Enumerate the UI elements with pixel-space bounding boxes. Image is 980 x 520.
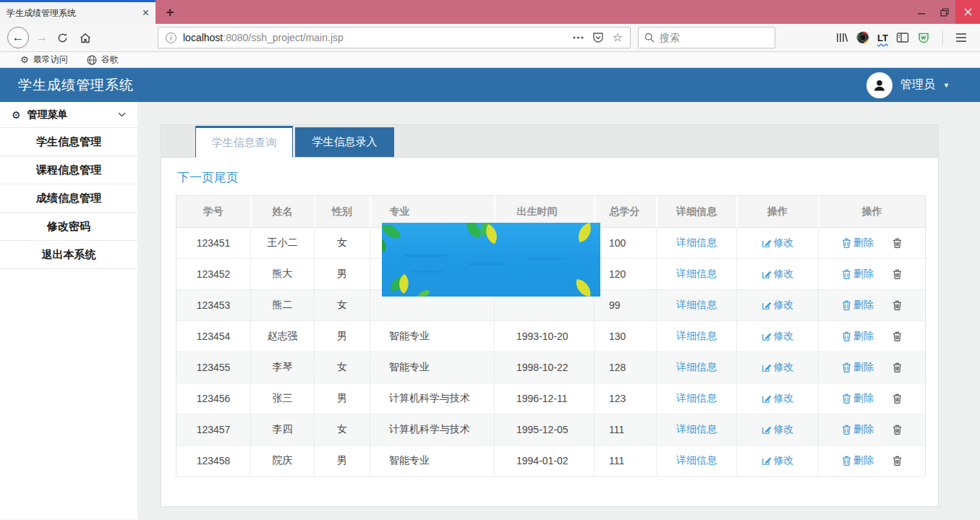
cell-student-id: 123457 xyxy=(176,414,251,446)
sidebar-item-change-password[interactable]: 修改密码 xyxy=(0,213,137,241)
delete-link[interactable]: 删除 xyxy=(842,268,874,281)
tab-student-query[interactable]: 学生信息查询 xyxy=(195,126,293,158)
forward-button[interactable]: → xyxy=(33,27,51,48)
cell-student-id: 123455 xyxy=(176,352,251,383)
sidebar-item-course-info[interactable]: 课程信息管理 xyxy=(0,156,137,184)
detail-link[interactable]: 详细信息 xyxy=(676,299,717,312)
edit-link[interactable]: 修改 xyxy=(762,392,794,405)
delete-link[interactable]: 删除 xyxy=(842,361,874,374)
trash-icon[interactable] xyxy=(892,362,902,372)
detail-link[interactable]: 详细信息 xyxy=(676,361,717,374)
cell-birth: 1996-12-11 xyxy=(495,383,595,414)
detail-link[interactable]: 详细信息 xyxy=(676,236,717,250)
chevron-down-icon xyxy=(118,112,126,117)
tab-close-icon[interactable]: × xyxy=(142,7,149,19)
languagetool-icon[interactable]: LT xyxy=(877,33,888,43)
table-row: 123455 李琴 女 智能专业 1998-10-22 128 详细信息 修改 … xyxy=(176,352,926,383)
user-menu[interactable]: 管理员 ▼ xyxy=(866,72,950,98)
lens-extension-icon[interactable] xyxy=(856,31,869,44)
cell-credits: 128 xyxy=(595,352,657,383)
bookmark-google[interactable]: 谷歌 xyxy=(87,54,119,66)
edit-link[interactable]: 修改 xyxy=(762,330,794,343)
delete-link[interactable]: 删除 xyxy=(842,330,874,343)
trash-icon[interactable] xyxy=(892,331,902,341)
delete-link[interactable]: 删除 xyxy=(842,423,874,436)
bookmark-label: 谷歌 xyxy=(101,54,119,66)
close-button[interactable] xyxy=(955,0,980,24)
col-credits: 总学分 xyxy=(595,196,657,228)
trash-icon[interactable] xyxy=(892,456,902,466)
menu-hamburger-icon[interactable] xyxy=(955,33,967,43)
trash-icon[interactable] xyxy=(892,300,902,310)
detail-link[interactable]: 详细信息 xyxy=(676,423,717,436)
browser-tab-title: 学生成绩管理系统 xyxy=(7,7,138,20)
sidebar-item-student-info[interactable]: 学生信息管理 xyxy=(0,128,137,156)
trash-icon[interactable] xyxy=(892,269,902,279)
edit-link[interactable]: 修改 xyxy=(762,299,794,312)
sidebar-menu-header[interactable]: ⚙ 管理菜单 xyxy=(0,102,137,128)
sidebar: ⚙ 管理菜单 学生信息管理 课程信息管理 成绩信息管理 修改密码 退出本系统 xyxy=(0,102,137,519)
trash-icon[interactable] xyxy=(892,393,902,404)
cell-name: 李琴 xyxy=(251,352,315,383)
edit-link[interactable]: 修改 xyxy=(762,236,794,250)
cell-gender: 男 xyxy=(315,259,370,290)
wappalyzer-icon[interactable] xyxy=(917,32,930,44)
reload-button[interactable] xyxy=(54,27,71,48)
url-host: localhost xyxy=(183,32,223,43)
detail-link[interactable]: 详细信息 xyxy=(676,330,717,343)
cell-student-id: 123452 xyxy=(176,259,251,290)
detail-link[interactable]: 详细信息 xyxy=(676,454,717,467)
content-panel: 学生信息查询 学生信息录入 下一页尾页 学号 姓名 性别 xyxy=(161,124,939,507)
bookmarks-bar: ⚙ 最常访问 谷歌 xyxy=(0,52,980,68)
bookmark-star-icon[interactable]: ☆ xyxy=(613,32,623,43)
detail-link[interactable]: 详细信息 xyxy=(676,268,717,281)
library-icon[interactable] xyxy=(836,32,848,43)
cell-name: 赵志强 xyxy=(251,321,315,352)
delete-link[interactable]: 删除 xyxy=(842,236,874,250)
col-student-id: 学号 xyxy=(176,196,251,228)
cell-name: 熊二 xyxy=(251,290,315,321)
cell-credits: 99 xyxy=(595,290,657,321)
tab-student-entry[interactable]: 学生信息录入 xyxy=(295,127,394,157)
sidebars-icon[interactable] xyxy=(896,32,909,43)
edit-link[interactable]: 修改 xyxy=(762,361,794,374)
bookmark-label: 最常访问 xyxy=(33,54,68,66)
cell-credits: 130 xyxy=(595,321,657,352)
avatar xyxy=(866,72,892,98)
cell-student-id: 123451 xyxy=(176,228,251,259)
search-input[interactable] xyxy=(660,32,746,43)
trash-icon[interactable] xyxy=(892,425,902,435)
browser-titlebar: 学生成绩管理系统 × + xyxy=(0,0,980,24)
restore-button[interactable] xyxy=(933,0,955,24)
cell-student-id: 123453 xyxy=(176,290,251,321)
url-bar[interactable]: i localhost:8080/ssh_project/main.jsp ☆ xyxy=(158,27,631,48)
site-info-icon[interactable]: i xyxy=(166,33,176,43)
next-page-link[interactable]: 下一页 xyxy=(177,171,214,184)
col-detail: 详细信息 xyxy=(657,196,737,228)
delete-link[interactable]: 删除 xyxy=(842,454,874,467)
detail-link[interactable]: 详细信息 xyxy=(676,392,717,405)
bookmark-most-visited[interactable]: ⚙ 最常访问 xyxy=(20,54,68,66)
table-row: 123458 院庆 男 智能专业 1994-01-02 111 详细信息 修改 … xyxy=(176,446,926,477)
edit-link[interactable]: 修改 xyxy=(762,423,794,436)
sidebar-item-logout[interactable]: 退出本系统 xyxy=(0,241,137,269)
delete-link[interactable]: 删除 xyxy=(842,299,874,312)
col-action-delete: 操作 xyxy=(819,196,926,228)
back-button[interactable]: ← xyxy=(7,27,29,48)
browser-tab[interactable]: 学生成绩管理系统 × xyxy=(0,0,155,24)
page-actions-icon[interactable] xyxy=(573,36,584,39)
new-tab-button[interactable]: + xyxy=(155,0,184,24)
minimize-button[interactable] xyxy=(911,0,933,24)
edit-link[interactable]: 修改 xyxy=(762,454,794,467)
last-page-link[interactable]: 尾页 xyxy=(214,171,239,184)
sidebar-item-grade-info[interactable]: 成绩信息管理 xyxy=(0,184,137,213)
decorative-photo xyxy=(382,223,600,297)
username-label: 管理员 xyxy=(900,77,935,93)
home-button[interactable] xyxy=(77,27,94,48)
edit-link[interactable]: 修改 xyxy=(762,268,794,281)
pocket-icon[interactable] xyxy=(592,32,604,43)
cell-gender: 女 xyxy=(315,352,370,383)
delete-link[interactable]: 删除 xyxy=(842,392,874,405)
trash-icon[interactable] xyxy=(892,238,902,248)
cell-student-id: 123456 xyxy=(176,383,251,414)
